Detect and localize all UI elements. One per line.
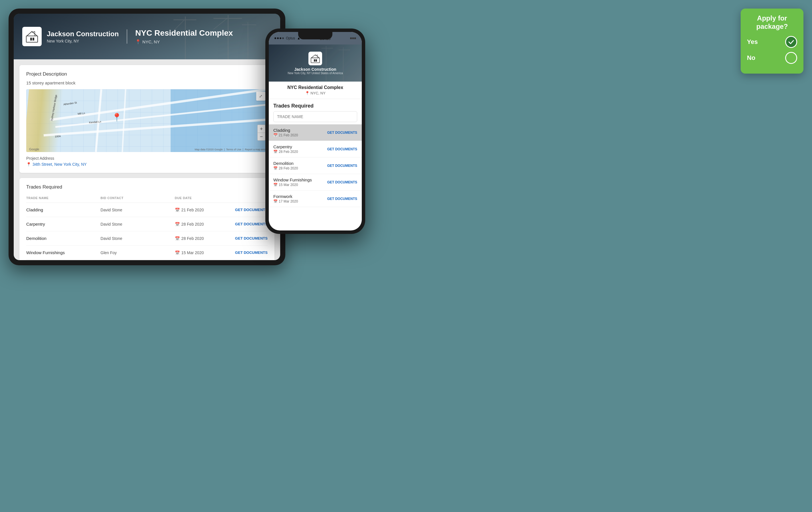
- phone-calendar-icon-carpentry: 📅: [273, 150, 278, 154]
- trade-row-cladding: Cladding David Stone 📅 21 Feb 2020 GET D…: [26, 203, 268, 217]
- phone-battery-icon: ■■■: [350, 36, 356, 40]
- col-header-due-date: DUE DATE: [175, 196, 231, 200]
- phone-calendar-icon-formwork: 📅: [273, 200, 278, 203]
- svg-rect-14: [326, 46, 326, 82]
- tablet-project-name: NYC Residential Complex: [135, 29, 233, 38]
- svg-marker-19: [311, 55, 319, 58]
- signal-dot-1: [274, 37, 276, 39]
- phone-trade-left-carpentry: Carpentry 📅 28 Feb 2020: [273, 144, 298, 154]
- tablet-project-location: 📍 NYC, NY: [135, 39, 233, 44]
- phone-trade-date-cladding: 📅 21 Feb 2020: [273, 133, 298, 137]
- map-copyright: Map data ©2020 Google | Terms of Use | R…: [195, 148, 266, 151]
- phone-trade-left-cladding: Cladding 📅 21 Feb 2020: [273, 128, 298, 137]
- phone-calendar-icon-window: 📅: [273, 183, 278, 187]
- phone-trade-docs-cladding[interactable]: GET DOCUMENTS: [327, 131, 357, 134]
- location-pin-icon: 📍: [135, 39, 141, 44]
- phone-company-name: Jackson Construction: [294, 67, 336, 71]
- svg-rect-10: [30, 38, 32, 40]
- svg-rect-11: [32, 38, 34, 40]
- map-zoom-in-button[interactable]: +: [257, 125, 265, 133]
- phone-trade-row-window[interactable]: Window Furnishings 📅 15 Mar 2020 GET DOC…: [269, 174, 362, 190]
- phone-company-sub: New York City, NY United States of Ameri…: [288, 71, 343, 75]
- trade-row-carpentry: Carpentry David Stone 📅 28 Feb 2020 GET …: [26, 217, 268, 231]
- phone-trade-docs-carpentry[interactable]: GET DOCUMENTS: [327, 147, 357, 151]
- project-address-value[interactable]: 📍 34th Street, New York City, NY: [26, 162, 268, 167]
- company-logo: [22, 27, 42, 46]
- apply-yes-icon[interactable]: [785, 36, 797, 48]
- trade-docs-cladding[interactable]: GET DOCUMENTS: [231, 208, 268, 212]
- map-yellow-area: [26, 89, 63, 152]
- phone-project-location: 📍 NYC, NY: [273, 91, 357, 95]
- phone-trade-name-input[interactable]: [273, 111, 357, 122]
- trade-docs-window[interactable]: GET DOCUMENTS: [231, 250, 268, 255]
- phone-trade-docs-demolition[interactable]: GET DOCUMENTS: [327, 164, 357, 168]
- signal-dot-4: [282, 37, 284, 39]
- calendar-icon-cladding: 📅: [175, 208, 180, 212]
- trade-name-window: Window Furnishings: [26, 250, 100, 255]
- trade-name-cladding: Cladding: [26, 207, 100, 212]
- apply-package-card: Apply for package? Yes No: [741, 8, 804, 73]
- calendar-icon-carpentry: 📅: [175, 222, 180, 227]
- phone-trade-row-cladding[interactable]: Cladding 📅 21 Feb 2020 GET DOCUMENTS: [269, 124, 362, 141]
- col-header-trade-name: TRADE NAME: [26, 196, 100, 200]
- phone-notch: [298, 32, 332, 39]
- trade-docs-demolition[interactable]: GET DOCUMENTS: [231, 236, 268, 240]
- project-address-section: Project Address 📍 34th Street, New York …: [26, 156, 268, 167]
- map-label-100a: 100A: [55, 134, 61, 138]
- map-zoom-controls[interactable]: + −: [257, 125, 265, 141]
- tablet-company-location: New York City, NY: [47, 39, 119, 43]
- tablet-header: Jackson Construction New York City, NY N…: [14, 14, 280, 59]
- project-description-text: 15 storey apartment block: [26, 81, 268, 85]
- tablet-device: Jackson Construction New York City, NY N…: [8, 8, 285, 265]
- phone-trade-row-carpentry[interactable]: Carpentry 📅 28 Feb 2020 GET DOCUMENTS: [269, 141, 362, 157]
- phone-trade-date-demolition: 📅 28 Feb 2020: [273, 166, 298, 170]
- phone-trade-name-cladding: Cladding: [273, 128, 298, 133]
- trade-name-carpentry: Carpentry: [26, 222, 100, 227]
- phone-trade-left-window: Window Furnishings 📅 15 Mar 2020: [273, 177, 312, 187]
- phone-trade-left-formwork: Formwork 📅 17 Mar 2020: [273, 194, 298, 203]
- tablet-company-info: Jackson Construction New York City, NY: [47, 30, 119, 43]
- apply-no-icon[interactable]: [785, 52, 797, 64]
- phone-calendar-icon-demolition: 📅: [273, 166, 278, 170]
- svg-rect-17: [339, 50, 350, 50]
- svg-rect-15: [322, 48, 333, 49]
- trade-contact-cladding: David Stone: [100, 208, 175, 212]
- trade-date-demolition: 📅 28 Feb 2020: [175, 236, 231, 241]
- tablet-content[interactable]: Project Description 15 storey apartment …: [14, 59, 280, 260]
- apply-yes-option[interactable]: Yes: [747, 36, 797, 48]
- phone-trades-section[interactable]: Trades Required Cladding 📅 21 Feb 2020 G…: [269, 99, 362, 207]
- map-pin: 📍: [112, 114, 119, 122]
- tablet-screen: Jackson Construction New York City, NY N…: [14, 14, 280, 260]
- phone-trade-row-formwork[interactable]: Formwork 📅 17 Mar 2020 GET DOCUMENTS: [269, 190, 362, 207]
- trade-docs-carpentry[interactable]: GET DOCUMENTS: [231, 222, 268, 226]
- trade-row-demolition: Demolition David Stone 📅 28 Feb 2020 GET…: [26, 231, 268, 246]
- phone-trade-date-formwork: 📅 17 Mar 2020: [273, 200, 298, 203]
- phone-trade-date-carpentry: 📅 28 Feb 2020: [273, 150, 298, 154]
- phone-status-right: ■■■: [350, 36, 356, 40]
- apply-no-option[interactable]: No: [747, 52, 797, 64]
- map-expand-button[interactable]: ⤢: [256, 92, 265, 101]
- map-zoom-out-button[interactable]: −: [257, 133, 265, 141]
- trade-contact-demolition: David Stone: [100, 236, 175, 241]
- phone-trade-name-window: Window Furnishings: [273, 177, 312, 182]
- phone-trade-row-demolition[interactable]: Demolition 📅 28 Feb 2020 GET DOCUMENTS: [269, 157, 362, 174]
- trade-name-demolition: Demolition: [26, 236, 100, 241]
- col-header-action: [231, 196, 268, 200]
- phone-company-logo: [309, 52, 322, 65]
- phone-trade-name-carpentry: Carpentry: [273, 144, 298, 149]
- svg-rect-21: [316, 59, 317, 62]
- phone-carrier: Optus: [286, 36, 295, 40]
- phone-trade-docs-window[interactable]: GET DOCUMENTS: [327, 180, 357, 184]
- trades-required-card: Trades Required TRADE NAME BID CONTACT D…: [20, 178, 274, 260]
- phone-screen: Optus ▲ 13:15 ■■■: [269, 32, 362, 231]
- map-container[interactable]: Sydney Harbour Bridge Atherden St Mill L…: [26, 89, 268, 152]
- phone-trade-docs-formwork[interactable]: GET DOCUMENTS: [327, 197, 357, 201]
- phone-trade-name-demolition: Demolition: [273, 161, 298, 166]
- phone-project-name: NYC Residential Complex: [273, 85, 357, 90]
- phone-trades-title: Trades Required: [269, 99, 362, 111]
- address-pin-icon: 📍: [26, 162, 31, 167]
- header-divider: [127, 29, 127, 43]
- col-header-bid-contact: BID CONTACT: [100, 196, 175, 200]
- phone-device: Optus ▲ 13:15 ■■■: [265, 29, 365, 234]
- trade-row-window: Window Furnishings Glen Foy 📅 15 Mar 202…: [26, 246, 268, 260]
